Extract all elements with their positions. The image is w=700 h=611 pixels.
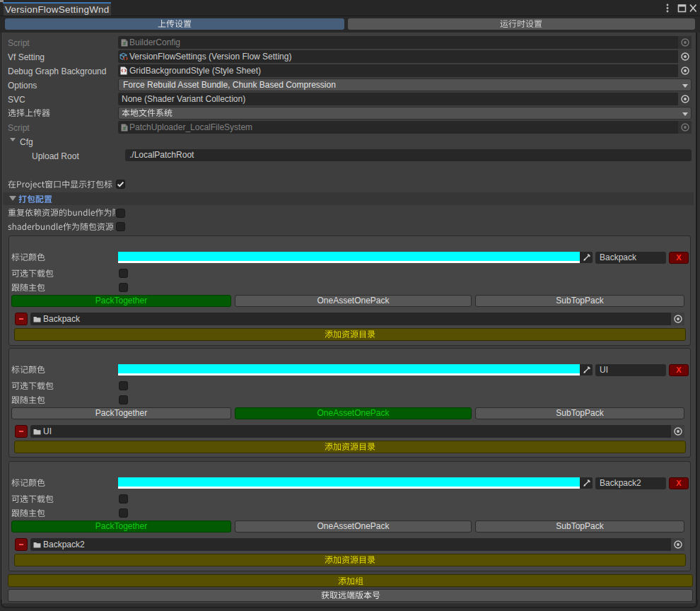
svg-text:#: # bbox=[123, 125, 127, 132]
svg-text:#: # bbox=[123, 40, 127, 47]
